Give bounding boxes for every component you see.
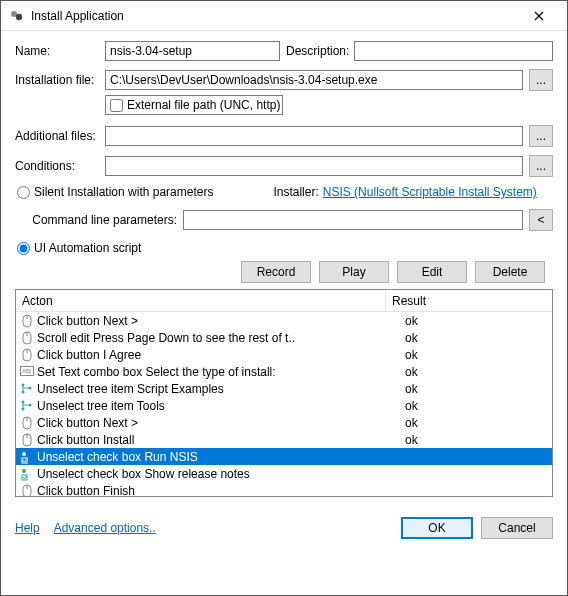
conditions-input[interactable]	[105, 156, 523, 176]
grid-action-text: Click button Next >	[37, 416, 399, 430]
tree-icon	[20, 382, 34, 396]
svg-point-1	[16, 13, 22, 19]
mouse-icon	[20, 433, 34, 447]
grid-result-text: ok	[399, 314, 552, 328]
mouse-icon	[20, 314, 34, 328]
installer-label: Installer:	[273, 185, 318, 199]
browse-installation-file-button[interactable]: ...	[529, 69, 553, 91]
grid-action-text: Set Text combo box Select the type of in…	[37, 365, 399, 379]
grid-row[interactable]: Click button Finish	[16, 482, 552, 497]
grid-header-result[interactable]: Result	[386, 294, 552, 308]
additional-files-label: Additional files:	[15, 129, 105, 143]
name-label: Name:	[15, 44, 105, 58]
grid-row[interactable]: Click button I Agreeok	[16, 346, 552, 363]
mouse-icon	[20, 331, 34, 345]
actions-grid[interactable]: Acton Result Click button Next >okScroll…	[15, 289, 553, 497]
mouse-icon	[20, 416, 34, 430]
grid-row[interactable]: Scroll edit Press Page Down to see the r…	[16, 329, 552, 346]
close-icon[interactable]	[519, 2, 559, 30]
help-link[interactable]: Help	[15, 521, 40, 535]
ui-automation-label: UI Automation script	[34, 241, 141, 255]
external-file-path-checkbox[interactable]	[110, 99, 123, 112]
play-button[interactable]: Play	[319, 261, 389, 283]
mouse-icon	[20, 484, 34, 498]
grid-action-text: Click button Install	[37, 433, 399, 447]
external-file-path-label: External file path (UNC, http)	[127, 98, 280, 112]
grid-action-text: Unselect check box Show release notes	[37, 467, 399, 481]
ui-automation-radio[interactable]	[17, 242, 30, 255]
edit-button[interactable]: Edit	[397, 261, 467, 283]
text-icon: AB|	[20, 365, 34, 379]
grid-result-text: ok	[399, 331, 552, 345]
svg-point-20	[22, 452, 26, 456]
command-line-params-input[interactable]	[183, 210, 523, 230]
grid-action-text: Click button Next >	[37, 314, 399, 328]
grid-result-text: ok	[399, 348, 552, 362]
advanced-options-link[interactable]: Advanced options..	[54, 521, 156, 535]
collapse-button[interactable]: <	[529, 209, 553, 231]
tree-icon	[20, 399, 34, 413]
check-icon	[20, 467, 34, 481]
grid-row[interactable]: Unselect check box Run NSIS	[16, 448, 552, 465]
grid-row[interactable]: Unselect check box Show release notes	[16, 465, 552, 482]
grid-row[interactable]: Unselect tree item Toolsok	[16, 397, 552, 414]
silent-install-label: Silent Installation with parameters	[34, 185, 213, 199]
ok-button[interactable]: OK	[401, 517, 473, 539]
conditions-label: Conditions:	[15, 159, 105, 173]
installation-file-label: Installation file:	[15, 73, 105, 87]
record-button[interactable]: Record	[241, 261, 311, 283]
command-line-params-label: Command line parameters:	[15, 213, 183, 227]
delete-button[interactable]: Delete	[475, 261, 545, 283]
mouse-icon	[20, 348, 34, 362]
installation-file-input[interactable]	[105, 70, 523, 90]
grid-action-text: Unselect check box Run NSIS	[37, 450, 399, 464]
grid-row[interactable]: Click button Next >ok	[16, 312, 552, 329]
svg-point-22	[22, 469, 26, 473]
grid-row[interactable]: AB|Set Text combo box Select the type of…	[16, 363, 552, 380]
additional-files-input[interactable]	[105, 126, 523, 146]
grid-action-text: Unselect tree item Script Examples	[37, 382, 399, 396]
grid-action-text: Click button Finish	[37, 484, 399, 498]
grid-row[interactable]: Unselect tree item Script Examplesok	[16, 380, 552, 397]
grid-result-text: ok	[399, 382, 552, 396]
check-icon	[20, 450, 34, 464]
grid-result-text: ok	[399, 399, 552, 413]
svg-text:AB|: AB|	[22, 368, 32, 374]
name-input[interactable]	[105, 41, 280, 61]
grid-result-text: ok	[399, 416, 552, 430]
grid-action-text: Scroll edit Press Page Down to see the r…	[37, 331, 399, 345]
grid-result-text: ok	[399, 433, 552, 447]
browse-conditions-button[interactable]: ...	[529, 155, 553, 177]
installer-link[interactable]: NSIS (Nullsoft Scriptable Install System…	[323, 185, 537, 199]
grid-header-action[interactable]: Acton	[16, 290, 386, 311]
grid-action-text: Unselect tree item Tools	[37, 399, 399, 413]
grid-row[interactable]: Click button Next >ok	[16, 414, 552, 431]
grid-action-text: Click button I Agree	[37, 348, 399, 362]
window-title: Install Application	[31, 9, 519, 23]
description-input[interactable]	[354, 41, 553, 61]
cancel-button[interactable]: Cancel	[481, 517, 553, 539]
description-label: Description:	[280, 44, 350, 58]
browse-additional-files-button[interactable]: ...	[529, 125, 553, 147]
grid-result-text: ok	[399, 365, 552, 379]
app-icon	[9, 8, 25, 24]
silent-install-radio[interactable]	[17, 186, 30, 199]
grid-row[interactable]: Click button Installok	[16, 431, 552, 448]
